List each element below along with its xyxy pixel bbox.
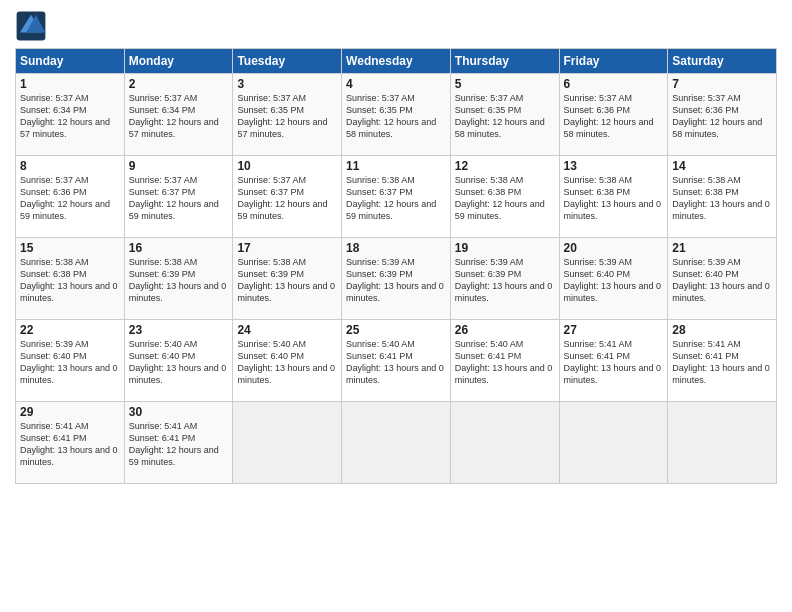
day-number: 13 [564,159,664,173]
day-number: 5 [455,77,555,91]
day-number: 20 [564,241,664,255]
calendar-cell: 10Sunrise: 5:37 AMSunset: 6:37 PMDayligh… [233,156,342,238]
page: SundayMondayTuesdayWednesdayThursdayFrid… [0,0,792,612]
day-number: 16 [129,241,229,255]
cell-info: Sunrise: 5:39 AMSunset: 6:40 PMDaylight:… [20,339,118,385]
day-number: 4 [346,77,446,91]
calendar-cell [342,402,451,484]
day-number: 3 [237,77,337,91]
calendar-cell: 26Sunrise: 5:40 AMSunset: 6:41 PMDayligh… [450,320,559,402]
calendar-cell: 23Sunrise: 5:40 AMSunset: 6:40 PMDayligh… [124,320,233,402]
cell-info: Sunrise: 5:40 AMSunset: 6:41 PMDaylight:… [455,339,553,385]
cell-info: Sunrise: 5:40 AMSunset: 6:41 PMDaylight:… [346,339,444,385]
day-number: 25 [346,323,446,337]
header [15,10,777,42]
cell-info: Sunrise: 5:37 AMSunset: 6:36 PMDaylight:… [672,93,762,139]
week-row-4: 29Sunrise: 5:41 AMSunset: 6:41 PMDayligh… [16,402,777,484]
calendar-cell: 17Sunrise: 5:38 AMSunset: 6:39 PMDayligh… [233,238,342,320]
day-number: 17 [237,241,337,255]
cell-info: Sunrise: 5:38 AMSunset: 6:38 PMDaylight:… [455,175,545,221]
week-row-2: 15Sunrise: 5:38 AMSunset: 6:38 PMDayligh… [16,238,777,320]
calendar-cell: 24Sunrise: 5:40 AMSunset: 6:40 PMDayligh… [233,320,342,402]
day-number: 10 [237,159,337,173]
calendar-cell: 3Sunrise: 5:37 AMSunset: 6:35 PMDaylight… [233,74,342,156]
cell-info: Sunrise: 5:38 AMSunset: 6:38 PMDaylight:… [564,175,662,221]
cell-info: Sunrise: 5:39 AMSunset: 6:39 PMDaylight:… [455,257,553,303]
calendar-cell: 22Sunrise: 5:39 AMSunset: 6:40 PMDayligh… [16,320,125,402]
calendar-cell: 30Sunrise: 5:41 AMSunset: 6:41 PMDayligh… [124,402,233,484]
day-number: 11 [346,159,446,173]
calendar-cell: 29Sunrise: 5:41 AMSunset: 6:41 PMDayligh… [16,402,125,484]
calendar-cell: 6Sunrise: 5:37 AMSunset: 6:36 PMDaylight… [559,74,668,156]
cell-info: Sunrise: 5:37 AMSunset: 6:36 PMDaylight:… [20,175,110,221]
day-number: 28 [672,323,772,337]
cell-info: Sunrise: 5:38 AMSunset: 6:39 PMDaylight:… [129,257,227,303]
calendar-cell: 27Sunrise: 5:41 AMSunset: 6:41 PMDayligh… [559,320,668,402]
logo-icon [15,10,47,42]
day-number: 9 [129,159,229,173]
cell-info: Sunrise: 5:37 AMSunset: 6:36 PMDaylight:… [564,93,654,139]
day-number: 24 [237,323,337,337]
calendar-cell: 7Sunrise: 5:37 AMSunset: 6:36 PMDaylight… [668,74,777,156]
col-header-monday: Monday [124,49,233,74]
day-number: 15 [20,241,120,255]
calendar-cell: 12Sunrise: 5:38 AMSunset: 6:38 PMDayligh… [450,156,559,238]
cell-info: Sunrise: 5:39 AMSunset: 6:40 PMDaylight:… [564,257,662,303]
day-number: 26 [455,323,555,337]
cell-info: Sunrise: 5:41 AMSunset: 6:41 PMDaylight:… [564,339,662,385]
day-number: 22 [20,323,120,337]
cell-info: Sunrise: 5:37 AMSunset: 6:35 PMDaylight:… [346,93,436,139]
calendar-cell [559,402,668,484]
cell-info: Sunrise: 5:40 AMSunset: 6:40 PMDaylight:… [237,339,335,385]
day-number: 27 [564,323,664,337]
calendar-cell: 5Sunrise: 5:37 AMSunset: 6:35 PMDaylight… [450,74,559,156]
calendar-cell: 19Sunrise: 5:39 AMSunset: 6:39 PMDayligh… [450,238,559,320]
cell-info: Sunrise: 5:40 AMSunset: 6:40 PMDaylight:… [129,339,227,385]
day-number: 8 [20,159,120,173]
cell-info: Sunrise: 5:37 AMSunset: 6:35 PMDaylight:… [455,93,545,139]
day-number: 29 [20,405,120,419]
cell-info: Sunrise: 5:41 AMSunset: 6:41 PMDaylight:… [20,421,118,467]
calendar-cell: 13Sunrise: 5:38 AMSunset: 6:38 PMDayligh… [559,156,668,238]
calendar-cell [668,402,777,484]
day-number: 6 [564,77,664,91]
week-row-1: 8Sunrise: 5:37 AMSunset: 6:36 PMDaylight… [16,156,777,238]
calendar-table: SundayMondayTuesdayWednesdayThursdayFrid… [15,48,777,484]
calendar-cell: 11Sunrise: 5:38 AMSunset: 6:37 PMDayligh… [342,156,451,238]
cell-info: Sunrise: 5:37 AMSunset: 6:34 PMDaylight:… [129,93,219,139]
calendar-cell: 8Sunrise: 5:37 AMSunset: 6:36 PMDaylight… [16,156,125,238]
calendar-cell [450,402,559,484]
cell-info: Sunrise: 5:41 AMSunset: 6:41 PMDaylight:… [672,339,770,385]
calendar-cell: 16Sunrise: 5:38 AMSunset: 6:39 PMDayligh… [124,238,233,320]
calendar-header-row: SundayMondayTuesdayWednesdayThursdayFrid… [16,49,777,74]
cell-info: Sunrise: 5:37 AMSunset: 6:37 PMDaylight:… [237,175,327,221]
calendar-cell: 1Sunrise: 5:37 AMSunset: 6:34 PMDaylight… [16,74,125,156]
col-header-saturday: Saturday [668,49,777,74]
day-number: 12 [455,159,555,173]
calendar-cell: 25Sunrise: 5:40 AMSunset: 6:41 PMDayligh… [342,320,451,402]
day-number: 14 [672,159,772,173]
day-number: 18 [346,241,446,255]
week-row-0: 1Sunrise: 5:37 AMSunset: 6:34 PMDaylight… [16,74,777,156]
logo [15,10,51,42]
calendar-cell: 2Sunrise: 5:37 AMSunset: 6:34 PMDaylight… [124,74,233,156]
col-header-sunday: Sunday [16,49,125,74]
cell-info: Sunrise: 5:37 AMSunset: 6:35 PMDaylight:… [237,93,327,139]
cell-info: Sunrise: 5:39 AMSunset: 6:40 PMDaylight:… [672,257,770,303]
calendar-cell: 15Sunrise: 5:38 AMSunset: 6:38 PMDayligh… [16,238,125,320]
col-header-wednesday: Wednesday [342,49,451,74]
week-row-3: 22Sunrise: 5:39 AMSunset: 6:40 PMDayligh… [16,320,777,402]
col-header-thursday: Thursday [450,49,559,74]
cell-info: Sunrise: 5:38 AMSunset: 6:38 PMDaylight:… [672,175,770,221]
day-number: 2 [129,77,229,91]
calendar-cell: 28Sunrise: 5:41 AMSunset: 6:41 PMDayligh… [668,320,777,402]
calendar-cell: 4Sunrise: 5:37 AMSunset: 6:35 PMDaylight… [342,74,451,156]
day-number: 1 [20,77,120,91]
calendar-cell: 21Sunrise: 5:39 AMSunset: 6:40 PMDayligh… [668,238,777,320]
day-number: 30 [129,405,229,419]
day-number: 7 [672,77,772,91]
cell-info: Sunrise: 5:39 AMSunset: 6:39 PMDaylight:… [346,257,444,303]
col-header-friday: Friday [559,49,668,74]
cell-info: Sunrise: 5:37 AMSunset: 6:37 PMDaylight:… [129,175,219,221]
calendar-cell: 20Sunrise: 5:39 AMSunset: 6:40 PMDayligh… [559,238,668,320]
